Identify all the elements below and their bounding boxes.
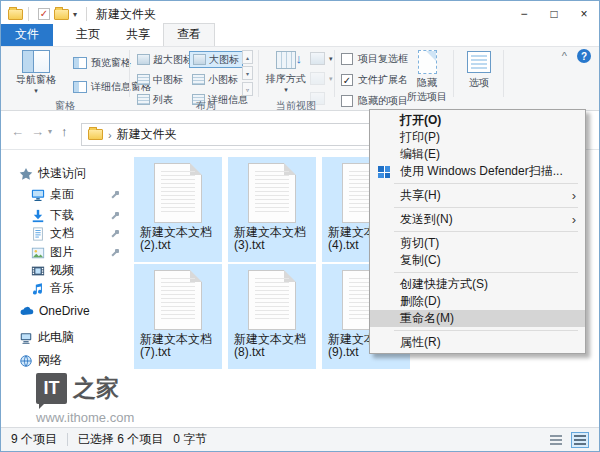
sort-by-button[interactable]: ↓ 排序方式 ▾	[263, 51, 309, 94]
sidebar-item-label: 音乐	[50, 280, 74, 297]
menu-item-rename[interactable]: 重命名(M)	[370, 310, 585, 327]
add-columns-button[interactable]: ▾	[310, 72, 333, 85]
ribbon-tab-bar: 文件 主页 共享 查看	[1, 27, 599, 46]
gallery-scroll-up-button[interactable]: ▴	[242, 50, 253, 64]
sidebar-item-label: 下载	[50, 207, 74, 224]
tab-file[interactable]: 文件	[1, 24, 53, 46]
sidebar-item-music[interactable]: 音乐	[1, 279, 129, 298]
status-bar: 9 个项目 已选择 6 个项目 0 字节	[1, 427, 599, 451]
menu-item-send-to[interactable]: 发送到(N) ›	[370, 211, 585, 228]
recent-locations-dropdown[interactable]: ▾	[48, 127, 52, 136]
item-checkboxes-checkbox[interactable]: 项目复选框	[341, 52, 408, 66]
navigation-pane-icon	[22, 50, 50, 73]
sidebar-item-quick-access[interactable]: 快速访问	[1, 164, 129, 183]
sort-by-icon: ↓	[276, 51, 296, 69]
list-view-icon	[137, 94, 150, 105]
file-name-2: (7).txt	[140, 345, 171, 359]
sidebar-item-pictures[interactable]: 图片	[1, 243, 129, 262]
menu-item-open[interactable]: 打开(O)	[370, 112, 585, 129]
medium-icons-icon	[137, 74, 150, 85]
file-item-3[interactable]: 新建文本文档(3).txt	[228, 157, 316, 262]
ithome-url: www.ithome.com	[36, 410, 134, 425]
sidebar-item-documents[interactable]: 文档	[1, 224, 129, 243]
file-extensions-checkbox[interactable]: ✓ 文件扩展名	[341, 73, 408, 87]
sort-by-label: 排序方式	[266, 72, 306, 86]
sidebar-item-network[interactable]: 网络	[1, 351, 129, 370]
hidden-items-checkbox[interactable]: 隐藏的项目	[341, 94, 408, 108]
menu-item-print[interactable]: 打印(P)	[370, 129, 585, 146]
menu-item-label: 使用 Windows Defender扫描...	[400, 164, 563, 178]
menu-item-label: 共享(H)	[400, 188, 441, 202]
sidebar-item-downloads[interactable]: 下载	[1, 206, 129, 225]
view-extra-large-icons[interactable]: 超大图标	[134, 51, 196, 68]
tab-share[interactable]: 共享	[113, 24, 163, 46]
close-button[interactable]: ×	[569, 1, 599, 27]
pin-icon[interactable]	[110, 248, 119, 257]
view-large-icons[interactable]: 大图标	[189, 51, 243, 68]
menu-item-share[interactable]: 共享(H) ›	[370, 187, 585, 204]
menu-separator	[394, 330, 578, 331]
menu-item-defender-scan[interactable]: 使用 Windows Defender扫描...	[370, 163, 585, 180]
checkbox-label: 文件扩展名	[358, 73, 408, 87]
pin-icon[interactable]	[110, 229, 119, 238]
ithome-logo-text: 之家	[73, 373, 119, 404]
breadcrumb-separator-icon: ›	[108, 129, 112, 141]
menu-item-edit[interactable]: 编辑(E)	[370, 146, 585, 163]
file-name: 新建文本文档	[140, 332, 212, 346]
gallery-scroll-down-button[interactable]: ▾	[242, 66, 253, 80]
file-item-8[interactable]: 新建文本文档(8).txt	[228, 264, 316, 369]
current-view-group-label: 当前视图	[258, 99, 334, 113]
sidebar-item-this-pc[interactable]: 此电脑	[1, 328, 129, 347]
checkbox-checked-icon: ✓	[341, 74, 353, 86]
up-button[interactable]: ↑	[61, 124, 68, 139]
text-file-icon	[154, 270, 202, 330]
tab-home[interactable]: 主页	[63, 24, 113, 46]
navigation-pane-button[interactable]: 导航窗格 ▾	[7, 50, 65, 95]
collapse-ribbon-button[interactable]: ^	[562, 50, 567, 62]
group-divider	[503, 50, 504, 97]
windows-defender-icon	[378, 166, 390, 178]
file-name-2: (3).txt	[234, 238, 265, 252]
group-divider	[258, 50, 259, 97]
menu-item-properties[interactable]: 属性(R)	[370, 334, 585, 351]
breadcrumb[interactable]: 新建文件夹	[117, 126, 177, 143]
sidebar-item-desktop[interactable]: 桌面	[1, 185, 129, 204]
submenu-arrow-icon: ›	[572, 211, 576, 228]
chevron-down-icon: ▾	[284, 86, 288, 94]
back-button[interactable]: ←	[11, 124, 24, 139]
chevron-down-icon: ▾	[34, 87, 38, 95]
menu-item-copy[interactable]: 复制(C)	[370, 252, 585, 269]
tab-view[interactable]: 查看	[163, 23, 215, 46]
menu-item-delete[interactable]: 删除(D)	[370, 293, 585, 310]
view-option-label: 小图标	[208, 73, 238, 87]
selection-size: 0 字节	[173, 431, 207, 448]
pin-icon[interactable]	[110, 211, 119, 220]
star-icon	[19, 167, 33, 181]
minimize-button[interactable]: −	[509, 1, 539, 27]
file-item-2[interactable]: 新建文本文档(2).txt	[134, 157, 222, 262]
window-title: 新建文件夹	[96, 6, 156, 23]
menu-item-create-shortcut[interactable]: 创建快捷方式(S)	[370, 276, 585, 293]
qat-customize-dropdown[interactable]: ▾	[73, 10, 77, 19]
thumbnail-view-toggle[interactable]	[571, 432, 589, 448]
qat-new-folder-button[interactable]	[54, 9, 69, 20]
file-item-7[interactable]: 新建文本文档(7).txt	[134, 264, 222, 369]
chevron-down-icon: ▾	[329, 55, 333, 63]
qat-properties-button[interactable]: ✓	[38, 8, 50, 20]
hide-selected-items-button[interactable]: 隐藏 所选项目	[403, 50, 451, 104]
view-medium-icons[interactable]: 中图标	[134, 71, 186, 88]
forward-button[interactable]: →	[31, 124, 44, 139]
sidebar-item-onedrive[interactable]: OneDrive	[1, 301, 129, 320]
gallery-more-button[interactable]: ▿	[242, 82, 253, 96]
details-view-toggle[interactable]	[547, 432, 565, 448]
group-by-button[interactable]: ▾	[310, 52, 333, 65]
pin-icon[interactable]	[110, 190, 119, 199]
options-button[interactable]: 选项	[459, 51, 499, 90]
menu-item-cut[interactable]: 剪切(T)	[370, 235, 585, 252]
sidebar-item-videos[interactable]: 视频	[1, 261, 129, 280]
preview-pane-button[interactable]: 预览窗格	[73, 56, 131, 70]
view-small-icons[interactable]: 小图标	[189, 71, 241, 88]
text-file-icon	[248, 163, 296, 223]
maximize-button[interactable]: □	[539, 1, 569, 27]
help-icon[interactable]: ?	[577, 49, 591, 63]
